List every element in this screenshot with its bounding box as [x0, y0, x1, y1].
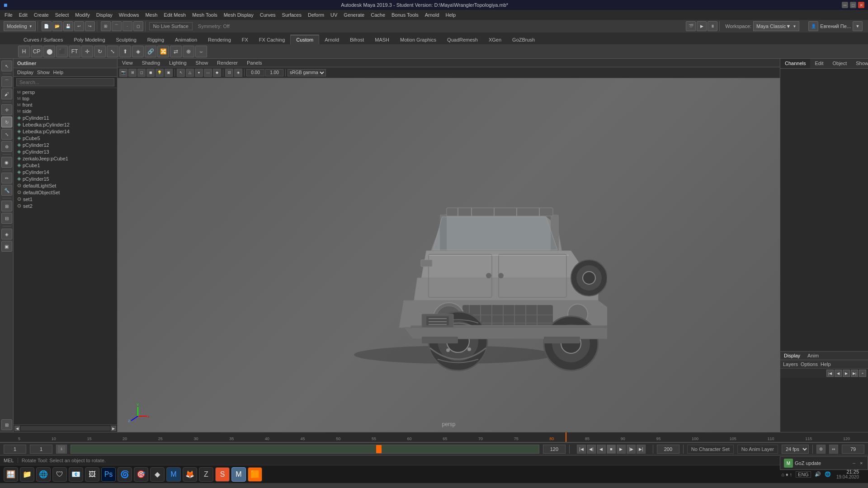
maya-taskbtn[interactable]: M — [166, 467, 181, 482]
panel-layout[interactable]: ⊞ — [1, 419, 12, 430]
menu-windows[interactable]: Windows — [116, 11, 142, 19]
vp-light-btn[interactable]: 💡 — [156, 69, 164, 77]
shelf-bridge[interactable]: ⌣ — [195, 46, 207, 57]
universal-tool[interactable]: ⊛ — [1, 141, 12, 152]
vp-shade-btn[interactable]: ◼ — [146, 69, 155, 77]
select-tool[interactable]: ↖ — [1, 61, 12, 71]
3d-btn[interactable]: 🎯 — [134, 467, 148, 482]
layers-add[interactable]: + — [859, 370, 866, 377]
stop-btn[interactable]: ■ — [607, 445, 616, 454]
shelf-ft[interactable]: FT — [69, 46, 80, 57]
close-button[interactable]: ✕ — [858, 2, 864, 8]
shelf-tab-rigging[interactable]: Rigging — [142, 35, 170, 44]
mode-dropdown[interactable]: Modeling — [4, 21, 36, 31]
viewport-menu-renderer[interactable]: Renderer — [212, 59, 242, 67]
maya-active-btn[interactable]: M — [231, 467, 246, 482]
vp-select-btn[interactable]: ↖ — [177, 69, 185, 77]
menu-uv[interactable]: UV — [328, 11, 340, 19]
menu-help[interactable]: Help — [443, 11, 459, 19]
menu-meshtools[interactable]: Mesh Tools — [189, 11, 220, 19]
vp-grid-btn[interactable]: ⊞ — [128, 69, 137, 77]
outliner-item-set1[interactable]: ⊙set1 — [14, 196, 117, 202]
redo-button[interactable]: ↪ — [85, 21, 95, 31]
fps-dropdown[interactable]: 24 fps — [782, 445, 809, 454]
vp-wire-btn[interactable]: ◻ — [137, 69, 146, 77]
playhead-frame-input[interactable] — [842, 445, 864, 454]
outliner-item-zerkalojeepcube1[interactable]: ◈zerkaloJeep:pCube1 — [14, 155, 117, 162]
goz-minimize[interactable]: ─ — [851, 460, 857, 466]
outliner-help[interactable]: Help — [53, 70, 64, 75]
outliner-item-persp[interactable]: Mpersp — [14, 89, 117, 95]
paint-tools[interactable]: ✏ — [1, 173, 12, 183]
shelf-tab-fxcaching[interactable]: FX Caching — [254, 35, 290, 44]
anim-prefs-btn[interactable]: ⚙ — [816, 445, 826, 454]
vp-far-clip[interactable] — [265, 69, 283, 76]
menu-file[interactable]: File — [2, 11, 15, 19]
menu-edit[interactable]: Edit — [16, 11, 30, 19]
outliner-item-defaultobjectset[interactable]: ⊙defaultObjectSet — [14, 189, 117, 196]
shelf-cp[interactable]: CP — [31, 46, 42, 57]
viewport-menu-panels[interactable]: Panels — [242, 59, 267, 67]
outliner-item-set2[interactable]: ⊙set2 — [14, 202, 117, 209]
rpanel-tab-object[interactable]: Object — [828, 59, 851, 68]
outliner-item-pcube5[interactable]: ◈pCube5 — [14, 135, 117, 141]
render-region[interactable]: ▶ — [697, 21, 707, 31]
shelf-tab-motiongraphics[interactable]: Motion Graphics — [395, 35, 442, 44]
vp-isolate-btn[interactable]: ⊡ — [225, 69, 233, 77]
defender-btn[interactable]: 🛡 — [52, 467, 67, 482]
vp-shadow-btn[interactable]: ▣ — [165, 69, 173, 77]
shelf-rotate[interactable]: ↻ — [94, 46, 106, 57]
layers-first[interactable]: |◀ — [826, 370, 834, 377]
paint-select[interactable]: 🖌 — [1, 89, 12, 99]
shelf-extrude[interactable]: ⬆ — [119, 46, 131, 57]
layers-tab-anim[interactable]: Anim — [804, 352, 822, 360]
shelf-move[interactable]: ✛ — [81, 46, 93, 57]
vp-face-btn[interactable]: ◆ — [213, 69, 221, 77]
shelf-tab-arnold[interactable]: Arnold — [319, 35, 344, 44]
step-fwd-btn[interactable]: |▶ — [627, 445, 636, 454]
shelf-tab-gozbrush[interactable]: GoZBrush — [507, 35, 540, 44]
shelf-separate[interactable]: 🔀 — [157, 46, 169, 57]
vp-resolution-btn[interactable]: ◈ — [234, 69, 242, 77]
shelf-bevel[interactable]: ◈ — [132, 46, 144, 57]
step-back-btn[interactable]: ◀| — [587, 445, 596, 454]
snap-surface[interactable]: ◻ — [133, 21, 143, 31]
layers-menu-options[interactable]: Options — [801, 361, 818, 367]
menu-bonustools[interactable]: Bonus Tools — [389, 11, 421, 19]
outliner-item-pcube1[interactable]: ◈pCube1 — [14, 162, 117, 169]
skip-fwd-btn[interactable]: ▶| — [637, 445, 646, 454]
render-proxy[interactable]: ▣ — [1, 241, 12, 252]
track-playhead[interactable] — [376, 445, 382, 453]
menu-create[interactable]: Create — [31, 11, 52, 19]
undo-button[interactable]: ↩ — [74, 21, 84, 31]
shelf-cube[interactable]: ⬛ — [56, 46, 68, 57]
minimize-button[interactable]: ─ — [842, 2, 848, 8]
search-input[interactable] — [16, 78, 114, 86]
outliner-show[interactable]: Show — [37, 70, 50, 75]
snap-view[interactable]: ◈ — [1, 229, 12, 239]
outliner-item-pcylinder11[interactable]: ◈pCylinder11 — [14, 114, 117, 121]
viewport-menu-show[interactable]: Show — [191, 59, 213, 67]
goz-close[interactable]: ✕ — [859, 460, 864, 466]
firefox-btn[interactable]: 🦊 — [183, 467, 197, 482]
layers-next[interactable]: ▶ — [843, 370, 850, 377]
outliner-display[interactable]: Display — [17, 70, 33, 75]
shelf-combine[interactable]: 🔗 — [145, 46, 156, 57]
menu-modify[interactable]: Modify — [72, 11, 92, 19]
grid-settings[interactable]: ⊟ — [1, 213, 12, 224]
lasso-tool[interactable]: ⌒ — [1, 76, 12, 87]
range-slider-btn[interactable]: ⇔ — [829, 445, 838, 454]
file-explorer[interactable]: 📁 — [20, 467, 34, 482]
layers-prev[interactable]: ◀ — [835, 370, 842, 377]
user-btn[interactable]: 👤 — [808, 21, 818, 31]
scroll-right[interactable]: ▶ — [111, 426, 116, 431]
shelf-tab-sculpting[interactable]: Sculpting — [111, 35, 142, 44]
menu-cache[interactable]: Cache — [368, 11, 388, 19]
shelf-tab-polymodeling[interactable]: Poly Modeling — [68, 35, 110, 44]
rpanel-tab-show[interactable]: Show — [851, 59, 868, 68]
sculpt-tools[interactable]: 🔧 — [1, 185, 12, 196]
snap-grid[interactable]: ⊞ — [101, 21, 111, 31]
outliner-item-pcylinder13[interactable]: ◈pCylinder13 — [14, 148, 117, 155]
save-button[interactable]: 💾 — [63, 21, 73, 31]
unity-btn[interactable]: ◆ — [150, 467, 165, 482]
